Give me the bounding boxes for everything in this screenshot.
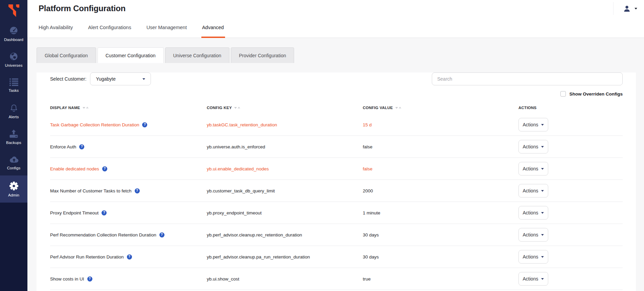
actions-button[interactable]: Actions: [518, 272, 548, 286]
sidebar-item-tasks[interactable]: Tasks: [0, 72, 27, 98]
chevron-down-icon: [541, 124, 544, 126]
select-customer-label: Select Customer:: [50, 76, 86, 82]
show-overridden-label: Show Overriden Configs: [569, 91, 623, 97]
actions-button[interactable]: Actions: [518, 162, 548, 175]
sidebar-item-label: Alerts: [9, 115, 19, 119]
tab-label: User Management: [147, 25, 187, 30]
chevron-down-icon: [142, 78, 145, 80]
help-icon[interactable]: ?: [102, 210, 107, 215]
app-root: Dashboard Universes Tasks: [0, 0, 644, 291]
actions-cell: Actions: [518, 250, 623, 264]
show-overridden-checkbox[interactable]: [560, 91, 566, 97]
column-header-actions: ACTIONS: [518, 106, 623, 110]
config-key: yb.taskGC.task_retention_duration: [207, 122, 363, 127]
subtab-provider-configuration[interactable]: Provider Configuration: [231, 47, 294, 63]
gear-icon: [9, 181, 19, 191]
config-value: false: [363, 166, 518, 171]
subtab-label: Global Configuration: [45, 53, 88, 58]
sidebar-item-universes[interactable]: Universes: [0, 47, 27, 72]
help-icon[interactable]: ?: [79, 144, 84, 149]
display-name-cell: Enable dedicated nodes ?: [50, 166, 207, 171]
subtab-label: Universe Configuration: [173, 53, 221, 58]
actions-button-label: Actions: [523, 166, 538, 171]
tab-label: High Availability: [39, 25, 73, 30]
subtab-label: Customer Configuration: [106, 53, 156, 58]
config-display-name: Perf Recommendation Collection Retention…: [50, 232, 156, 237]
help-icon[interactable]: ?: [102, 166, 107, 171]
config-key: yb.ui.show_cost: [207, 276, 363, 282]
config-table: DISPLAY NAME CONFIG KEY CONFIG VALUE: [50, 102, 623, 290]
tab-high-availability[interactable]: High Availability: [39, 17, 73, 38]
column-header-config-value[interactable]: CONFIG VALUE: [363, 106, 518, 110]
actions-cell: Actions: [518, 228, 623, 242]
yugabyte-logo[interactable]: [0, 0, 27, 21]
display-name-cell: Max Number of Customer Tasks to fetch ?: [50, 188, 207, 193]
sidebar-item-alerts[interactable]: Alerts: [0, 98, 27, 124]
display-name-cell: Perf Recommendation Collection Retention…: [50, 232, 207, 237]
actions-button-label: Actions: [523, 276, 538, 282]
config-value: 15 d: [363, 122, 518, 127]
help-icon[interactable]: ?: [127, 254, 132, 259]
subtab-global-configuration[interactable]: Global Configuration: [37, 47, 96, 63]
chevron-down-icon: [541, 168, 544, 170]
sidebar-item-admin[interactable]: Admin: [0, 175, 27, 203]
help-icon[interactable]: ?: [87, 276, 92, 282]
backups-icon: [9, 129, 18, 138]
actions-cell: Actions: [518, 162, 623, 175]
toolbar: Select Customer: Yugabyte: [50, 72, 623, 85]
actions-button[interactable]: Actions: [518, 140, 548, 153]
column-header-config-key[interactable]: CONFIG KEY: [207, 106, 363, 110]
sort-icons: [83, 107, 89, 109]
config-display-name: Max Number of Customer Tasks to fetch: [50, 188, 132, 193]
customer-configuration-panel: Select Customer: Yugabyte Show Overriden…: [37, 72, 636, 291]
actions-button-label: Actions: [523, 144, 538, 149]
chevron-down-icon: [635, 8, 637, 9]
config-display-name: Perf Advisor Run Retention Duration: [50, 254, 124, 259]
column-header-label: CONFIG KEY: [207, 106, 232, 110]
config-display-name: Proxy Endpoint Timeout: [50, 210, 98, 215]
tab-user-management[interactable]: User Management: [147, 17, 187, 38]
help-icon[interactable]: ?: [142, 122, 147, 127]
main-area: Platform Configuration High Availability…: [27, 0, 644, 291]
subtab-universe-configuration[interactable]: Universe Configuration: [165, 47, 229, 63]
alerts-bell-icon: [9, 104, 18, 112]
actions-button[interactable]: Actions: [518, 118, 548, 131]
column-header-label: ACTIONS: [518, 106, 537, 110]
actions-cell: Actions: [518, 140, 623, 153]
subtab-customer-configuration[interactable]: Customer Configuration: [97, 47, 164, 63]
table-row: Perf Recommendation Collection Retention…: [50, 224, 623, 246]
sidebar-item-dashboard[interactable]: Dashboard: [0, 21, 27, 47]
actions-cell: Actions: [518, 206, 623, 220]
actions-button-label: Actions: [523, 210, 538, 215]
tab-bar: High Availability Alert Configurations U…: [27, 17, 644, 38]
chevron-down-icon: [541, 278, 544, 280]
actions-button[interactable]: Actions: [518, 184, 548, 198]
config-display-name: Task Garbage Collection Retention Durati…: [50, 122, 139, 127]
user-menu[interactable]: [613, 2, 637, 15]
config-display-name: Enable dedicated nodes: [50, 166, 99, 171]
tab-alert-configurations[interactable]: Alert Configurations: [88, 17, 131, 38]
help-icon[interactable]: ?: [159, 232, 164, 237]
config-key: yb.perf_advisor.cleanup.rec_retention_du…: [207, 232, 363, 237]
search-input[interactable]: [432, 72, 623, 85]
table-row: Proxy Endpoint Timeout ? yb.proxy_endpoi…: [50, 202, 623, 224]
sidebar-item-configs[interactable]: Configs: [0, 150, 27, 175]
config-key: yb.proxy_endpoint_timeout: [207, 210, 363, 215]
sidebar-item-backups[interactable]: Backups: [0, 124, 27, 150]
sidebar-item-label: Admin: [8, 193, 19, 197]
customer-select-value: Yugabyte: [96, 76, 115, 82]
help-icon[interactable]: ?: [135, 188, 140, 193]
actions-cell: Actions: [518, 118, 623, 131]
sort-icons: [395, 107, 401, 109]
actions-button[interactable]: Actions: [518, 206, 548, 220]
actions-button[interactable]: Actions: [518, 228, 548, 242]
tab-advanced[interactable]: Advanced: [202, 17, 224, 38]
config-key: yb.universe.auth.is_enforced: [207, 144, 363, 149]
actions-button[interactable]: Actions: [518, 250, 548, 264]
config-value: false: [363, 144, 518, 149]
chevron-down-icon: [541, 190, 544, 192]
customer-select-dropdown[interactable]: Yugabyte: [90, 72, 151, 85]
column-header-display-name[interactable]: DISPLAY NAME: [50, 106, 207, 110]
actions-button-label: Actions: [523, 254, 538, 259]
tasks-icon: [9, 78, 18, 86]
